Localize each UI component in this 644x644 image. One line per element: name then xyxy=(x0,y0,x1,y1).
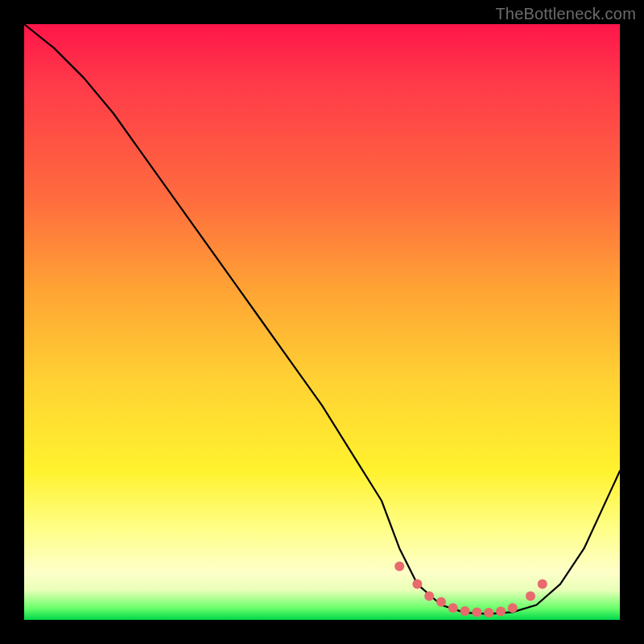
highlight-dot xyxy=(460,606,470,616)
bottleneck-curve xyxy=(24,24,620,614)
highlight-dot xyxy=(394,561,404,571)
chart-frame: TheBottleneck.com xyxy=(0,0,644,644)
highlight-dot xyxy=(496,607,506,617)
highlight-dot xyxy=(472,607,481,617)
highlight-dot xyxy=(412,580,422,589)
highlight-dot xyxy=(484,608,493,617)
highlight-dot xyxy=(508,603,518,613)
highlight-dot xyxy=(538,580,547,589)
chart-svg xyxy=(24,24,620,620)
highlight-dot xyxy=(448,603,458,613)
highlight-dot xyxy=(526,591,535,601)
highlight-dot xyxy=(424,591,434,601)
watermark-text: TheBottleneck.com xyxy=(495,5,636,23)
highlight-dot xyxy=(436,597,446,607)
curve-layer xyxy=(24,24,620,614)
plot-area xyxy=(24,24,620,620)
